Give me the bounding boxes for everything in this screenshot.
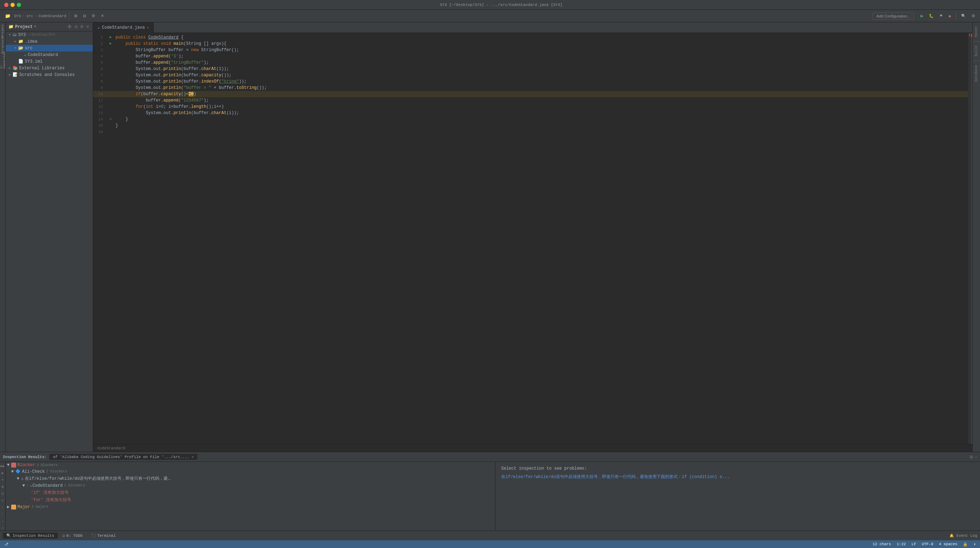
traffic-lights: [4, 3, 21, 7]
src-label: src: [25, 46, 33, 51]
split-horizontal-icon[interactable]: ⊟: [81, 13, 88, 19]
run-gutter-icon[interactable]: ▶: [110, 34, 111, 41]
sidebar-item-sy3[interactable]: ▼ 🗂 SY3 ~/Desktop/SY3: [6, 32, 93, 38]
ali-check-item[interactable]: ▼ 🔷 Ali-Check 2 blockers: [6, 468, 495, 475]
window-title: SY3 [~/Desktop/SY3] – .../src/CodeStanda…: [27, 3, 976, 7]
status-right: 12 chars 1:22 LF UTF-8 4 spaces 🔒 ⬆: [873, 542, 976, 546]
sidebar-item-src[interactable]: ▼ 📂 src: [6, 45, 93, 51]
event-log-label[interactable]: Event Log: [956, 534, 977, 538]
maven-panel-icon[interactable]: Maven: [974, 25, 979, 38]
bottom-right-controls: 🔔 Event Log: [950, 534, 977, 538]
toolbar-right: ▶ 🐛 ⚑ ■ 🔍 ⚙: [918, 13, 977, 20]
inspection-tab-label: of 'Alibaba Coding Guidelines' Profile o…: [53, 455, 189, 459]
expand-icon[interactable]: ⊞: [72, 13, 80, 19]
code-line-15: 15 }: [93, 122, 968, 129]
export-icon[interactable]: ↗: [1, 525, 4, 531]
extlibs-arrow-icon: ▶: [7, 66, 13, 70]
tab-inspection-results[interactable]: 🔍 Inspection Results: [3, 533, 58, 538]
panel-minimize-button[interactable]: −: [975, 454, 977, 459]
bottom-tabs-bar: 🔍 Inspection Results ☑ 6: TODO ⬛ Termina…: [0, 531, 980, 540]
run-button[interactable]: ▶: [918, 13, 925, 19]
cursor-position[interactable]: 1:22: [897, 542, 906, 546]
sidebar-item-scratches[interactable]: ▶ 📝 Scratches and Consoles: [6, 71, 93, 78]
sort2-icon[interactable]: ↕: [1, 505, 4, 510]
debug-button[interactable]: 🐛: [927, 13, 936, 19]
dropdown-icon[interactable]: ▼: [34, 25, 36, 29]
for-error-item[interactable]: 'for' 没有加大括号: [6, 496, 495, 504]
code-line-12: 12 for(int i=0; i<buffer.length();i++): [93, 103, 968, 110]
code-line-16: 16: [93, 129, 968, 135]
run-coverage-button[interactable]: ⚑: [937, 13, 945, 19]
rerun-single-icon[interactable]: ▶: [1, 470, 4, 476]
breadcrumb-sy3[interactable]: SY3: [14, 14, 21, 18]
breadcrumb-codestandard[interactable]: CodeStandard: [38, 14, 66, 18]
collapse-all-icon[interactable]: ⊟: [1, 491, 4, 497]
add-configuration-button[interactable]: Add Configuration...: [873, 13, 914, 20]
sidebar-add-button[interactable]: ➕: [67, 24, 73, 30]
tab-terminal[interactable]: ⬛ Terminal: [88, 533, 119, 538]
sidebar-collapse-button[interactable]: ⊟: [74, 24, 78, 30]
run-gutter-icon-2[interactable]: ▶: [110, 41, 111, 47]
filter-icon[interactable]: ▽: [1, 498, 4, 504]
stop-button[interactable]: ■: [947, 13, 953, 19]
lock-icon: 🔒: [963, 542, 968, 546]
structure-activity-icon[interactable]: Structure: [0, 38, 5, 52]
sort-icon[interactable]: ≡: [1, 477, 4, 483]
search-button[interactable]: 🔍: [959, 13, 968, 19]
idea-label: .idea: [25, 39, 37, 44]
code-editor[interactable]: 1 ▶ public class CodeStandard { 2 ▶ publ…: [93, 33, 968, 444]
favorites-activity-icon[interactable]: 2: Favorites: [0, 53, 5, 67]
sidebar-item-external-libraries[interactable]: ▶ 📚 External Libraries: [6, 65, 93, 71]
sidebar-close-button[interactable]: ✕: [85, 24, 90, 30]
detail-arrow-icon: ▼: [17, 476, 20, 481]
file-item-codestandard[interactable]: ▼ ✓ ☕ CodeStandard 2 blockers: [6, 482, 495, 489]
database-panel-icon[interactable]: Database: [974, 64, 979, 83]
sidebar-settings-button[interactable]: ⚙: [80, 24, 84, 30]
sidebar-item-codestandard[interactable]: ▶ ☕ CodeStandard: [6, 51, 93, 58]
code-line-14: 14 ⊞ }: [93, 116, 968, 122]
close-button[interactable]: [4, 3, 8, 7]
inspection-right-panel: Select inspection to see problems: 在if/e…: [496, 462, 980, 531]
expand-all-icon[interactable]: ⊞: [1, 484, 4, 489]
inspection-tab-close[interactable]: ✕: [191, 454, 194, 459]
toolbar-separator-1: [69, 13, 69, 20]
panel-settings-button[interactable]: ⚙: [969, 454, 974, 459]
settings-icon[interactable]: ⚙: [90, 13, 97, 19]
tab-codestandard-java[interactable]: ☕ CodeStandard.java ✕: [93, 22, 154, 33]
sidebar-header: 📁 Project ▼ ➕ ⊟ ⚙ ✕: [6, 22, 93, 32]
down-icon[interactable]: ↓: [1, 518, 4, 524]
if-error-item[interactable]: 'if' 没有加大括号: [6, 489, 495, 496]
editor-minimap[interactable]: [968, 33, 971, 444]
title-bar: SY3 [~/Desktop/SY3] – .../src/CodeStanda…: [0, 0, 980, 10]
up-icon[interactable]: ↑: [1, 511, 4, 517]
inspection-tab[interactable]: of 'Alibaba Coding Guidelines' Profile o…: [49, 454, 197, 460]
alicheck-arrow-icon: ▼: [11, 469, 14, 474]
close-panel-icon[interactable]: ✕: [99, 13, 106, 19]
sidebar-item-sy3iml[interactable]: ▶ 📄 SY3.iml: [6, 58, 93, 65]
project-activity-icon[interactable]: Project: [0, 24, 5, 38]
tab-todo[interactable]: ☑ 6: TODO: [59, 533, 86, 538]
indent[interactable]: 4 spaces: [939, 542, 958, 546]
code-line-8: 8 System.out.println(buffer.indexOf("tri…: [93, 78, 968, 85]
rerun-icon[interactable]: ▶▶: [0, 463, 6, 469]
maximize-button[interactable]: [17, 3, 21, 7]
build-panel-icon[interactable]: Build: [974, 44, 979, 58]
encoding[interactable]: UTF-8: [922, 542, 934, 546]
blocker-item[interactable]: ▼ Blocker 2 blockers: [6, 462, 495, 468]
line-ending[interactable]: LF: [912, 542, 916, 546]
code-line-2: 2 ▶ public static void main(String [] ar…: [93, 41, 968, 47]
tab-close-icon[interactable]: ✕: [147, 25, 149, 30]
major-item[interactable]: ▶ Major 2 majors: [6, 504, 495, 510]
minimize-button[interactable]: [11, 3, 15, 7]
sidebar-item-idea[interactable]: ▶ 📁 .idea: [6, 38, 93, 45]
detail-item[interactable]: ▼ ⚠ 在if/else/for/while/do语句中必须使用大括号，即使只有…: [6, 475, 495, 482]
breadcrumb-src[interactable]: src: [26, 14, 33, 18]
editor-tabs: ☕ CodeStandard.java ✕: [93, 22, 972, 33]
code-line-5: 5 buffer.append("tringBuffer");: [93, 59, 968, 66]
settings2-button[interactable]: ⚙: [969, 13, 977, 19]
code-line-6: 6 System.out.println(buffer.charAt(1));: [93, 66, 968, 72]
src-folder-icon: 📂: [18, 46, 24, 51]
tab-label: CodeStandard.java: [102, 25, 145, 30]
terminal-tab-icon: ⬛: [91, 533, 96, 538]
project-icon: 🗂: [13, 32, 17, 37]
